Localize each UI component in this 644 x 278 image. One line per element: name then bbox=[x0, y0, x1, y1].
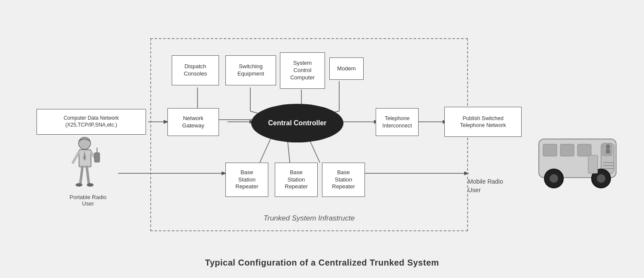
person-svg bbox=[70, 135, 104, 190]
dispatch-consoles-box: Dispatch Consoles bbox=[172, 55, 219, 85]
svg-line-25 bbox=[87, 167, 89, 184]
diagram-caption: Typical Configuration of a Centralized T… bbox=[205, 258, 439, 268]
svg-rect-30 bbox=[543, 144, 557, 156]
telephone-interconnect-box: Telephone Interconnect bbox=[376, 108, 419, 136]
switching-equipment-box: Switching Equipment bbox=[225, 55, 276, 85]
svg-rect-31 bbox=[560, 144, 574, 156]
svg-line-20 bbox=[73, 152, 79, 163]
diagram-container: Trunked System Infrastructe Dispatch Con… bbox=[13, 6, 631, 272]
svg-point-27 bbox=[87, 183, 94, 187]
base-station-1-box: Base Station Repeater bbox=[225, 163, 268, 197]
svg-line-24 bbox=[80, 167, 82, 184]
computer-data-network-box: Computer Data Network (X25,TCP/IP,SNA,et… bbox=[36, 109, 146, 135]
portable-radio-user-label: Portable Radio User bbox=[70, 194, 106, 207]
system-control-computer-box: System Control Computer bbox=[280, 52, 325, 89]
svg-point-39 bbox=[597, 174, 605, 183]
network-gateway-box: Network Gateway bbox=[167, 108, 219, 136]
base-station-2-box: Base Station Repeater bbox=[275, 163, 318, 197]
svg-point-37 bbox=[550, 174, 558, 183]
bus-svg bbox=[535, 130, 620, 195]
svg-rect-32 bbox=[577, 144, 591, 156]
central-controller-ellipse: Central Controller bbox=[251, 104, 343, 142]
base-station-3-box: Base Station Repeater bbox=[322, 163, 365, 197]
svg-point-34 bbox=[606, 144, 610, 149]
portable-radio-user-figure: Portable Radio User bbox=[70, 135, 106, 207]
bus-figure bbox=[535, 130, 620, 196]
mobile-radio-user-label: Mobile Radio User bbox=[468, 178, 503, 194]
trunked-label: Trunked System Infrastructe bbox=[264, 214, 355, 223]
svg-rect-22 bbox=[94, 153, 100, 162]
publish-switched-box: Publish Switched Telephone Network bbox=[444, 107, 522, 137]
svg-rect-40 bbox=[588, 155, 598, 173]
modem-box: Modem bbox=[329, 57, 364, 80]
svg-point-26 bbox=[76, 183, 82, 187]
svg-rect-35 bbox=[606, 149, 610, 154]
